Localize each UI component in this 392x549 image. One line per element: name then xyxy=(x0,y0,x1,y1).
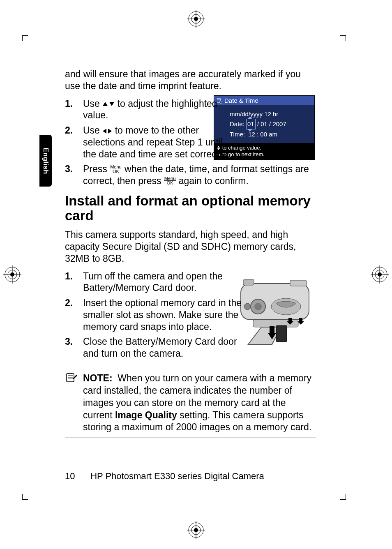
memory-card-steps: Turn off the camera and open the Battery… xyxy=(65,270,316,360)
language-tab-label: English xyxy=(42,148,50,174)
menu-ok-icon: MenuOK xyxy=(110,165,122,173)
note-icon xyxy=(65,372,77,383)
mem-step-2: Insert the optional memory card in the s… xyxy=(65,297,316,332)
intro-paragraph: and will ensure that images are accurate… xyxy=(65,68,316,92)
registration-mark-bottom-icon xyxy=(187,521,205,539)
date-step-3: Press MenuOK when the date, time, and fo… xyxy=(65,163,316,187)
svg-marker-46 xyxy=(108,129,112,134)
date-step-1: Use to adjust the highlighted value. xyxy=(65,98,316,122)
left-right-triangles-icon xyxy=(102,128,112,134)
crop-corner-tl-icon xyxy=(22,35,28,41)
menu-ok-icon: MenuOK xyxy=(164,176,176,185)
mem-step-1: Turn off the camera and open the Battery… xyxy=(65,270,316,294)
footer-title: HP Photosmart E330 series Digital Camera xyxy=(90,471,264,481)
note-bold: Image Quality xyxy=(115,410,177,420)
mem-step-3: Close the Battery/Memory Card door and t… xyxy=(65,336,316,360)
memory-card-paragraph: This camera supports standard, high spee… xyxy=(65,229,316,264)
page-footer: 10 HP Photosmart E330 series Digital Cam… xyxy=(65,471,264,482)
section-heading: Install and format an optional memory ca… xyxy=(65,194,316,224)
registration-mark-left-icon xyxy=(3,265,21,284)
crop-corner-bl-icon xyxy=(22,494,28,500)
registration-mark-right-icon xyxy=(371,265,389,284)
registration-mark-top-icon xyxy=(187,10,205,28)
svg-marker-43 xyxy=(103,102,108,106)
svg-marker-45 xyxy=(103,129,106,134)
up-down-triangles-icon xyxy=(102,101,115,107)
crop-corner-br-icon xyxy=(340,494,346,500)
crop-corner-tr-icon xyxy=(340,35,346,41)
page-number: 10 xyxy=(65,471,88,482)
svg-marker-44 xyxy=(109,102,114,106)
date-time-steps: Use to adjust the highlighted value. Use… xyxy=(65,98,316,187)
note-block: NOTE: When you turn on your camera with … xyxy=(65,368,316,438)
date-step-2: Use to move to the other selections and … xyxy=(65,125,316,160)
note-label: NOTE: xyxy=(83,373,113,383)
page-content: and will ensure that images are accurate… xyxy=(65,68,316,438)
language-tab: English xyxy=(39,135,52,187)
svg-rect-47 xyxy=(67,374,74,382)
